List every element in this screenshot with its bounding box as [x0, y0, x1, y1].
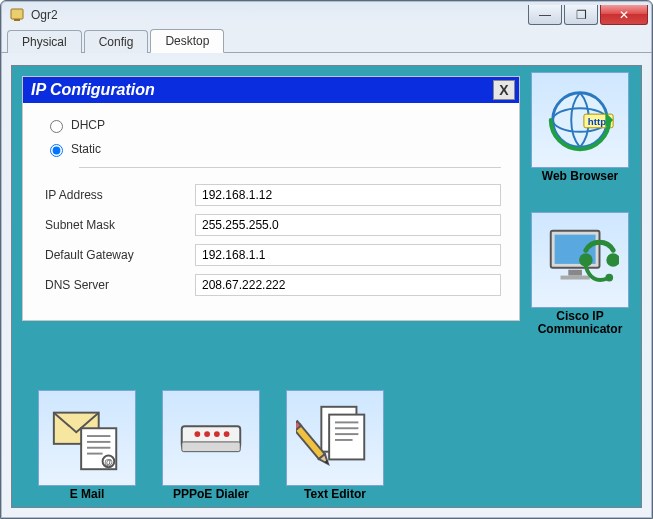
- tab-physical[interactable]: Physical: [7, 30, 82, 53]
- svg-rect-9: [568, 270, 582, 276]
- svg-rect-1: [14, 19, 20, 21]
- web-browser-label: Web Browser: [525, 170, 635, 183]
- desktop-area: IP Configuration X DHCP Static: [11, 65, 642, 508]
- close-icon: X: [499, 82, 508, 98]
- tab-desktop[interactable]: Desktop: [150, 29, 224, 53]
- monitor-headset-icon: [531, 212, 629, 308]
- globe-icon: http:: [531, 72, 629, 168]
- svg-point-13: [605, 274, 613, 282]
- svg-rect-29: [329, 414, 364, 459]
- ip-configuration-dialog: IP Configuration X DHCP Static: [22, 76, 520, 321]
- svg-rect-0: [11, 9, 23, 19]
- svg-point-24: [194, 431, 200, 437]
- static-label: Static: [71, 142, 101, 156]
- client-area: IP Configuration X DHCP Static: [1, 53, 652, 518]
- svg-rect-23: [182, 442, 241, 452]
- svg-point-12: [606, 253, 619, 267]
- ip-input[interactable]: [195, 184, 501, 206]
- window-title: Ogr2: [31, 8, 58, 22]
- text-editor-icon[interactable]: Text Editor: [280, 390, 390, 501]
- mask-row: Subnet Mask: [45, 214, 501, 236]
- texted-label: Text Editor: [280, 488, 390, 501]
- gateway-row: Default Gateway: [45, 244, 501, 266]
- svg-point-26: [214, 431, 220, 437]
- svg-rect-10: [561, 276, 590, 280]
- svg-point-11: [579, 253, 593, 267]
- mask-input[interactable]: [195, 214, 501, 236]
- email-label: E Mail: [32, 488, 142, 501]
- dialog-close-button[interactable]: X: [493, 80, 515, 100]
- dns-row: DNS Server: [45, 274, 501, 296]
- ip-label: IP Address: [45, 188, 195, 202]
- svg-text:@: @: [104, 457, 113, 467]
- dns-input[interactable]: [195, 274, 501, 296]
- envelope-icon: @: [38, 390, 136, 486]
- close-window-button[interactable]: ✕: [600, 5, 648, 25]
- title-bar: Ogr2 — ❐ ✕: [1, 1, 652, 29]
- svg-point-27: [224, 431, 230, 437]
- dhcp-radio[interactable]: [50, 120, 63, 133]
- divider: [79, 167, 501, 168]
- cisco-ip-communicator-icon[interactable]: Cisco IP Communicator: [525, 212, 635, 336]
- gateway-input[interactable]: [195, 244, 501, 266]
- dialog-body: DHCP Static IP Address Subnet Mask: [23, 103, 519, 320]
- pppoe-dialer-icon[interactable]: PPPoE Dialer: [156, 390, 266, 501]
- dhcp-label: DHCP: [71, 118, 105, 132]
- document-pencil-icon: [286, 390, 384, 486]
- modem-icon: [162, 390, 260, 486]
- gateway-label: Default Gateway: [45, 248, 195, 262]
- app-icon: [9, 7, 25, 23]
- email-icon[interactable]: @ E Mail: [32, 390, 142, 501]
- dialog-title: IP Configuration: [31, 81, 155, 99]
- ip-row: IP Address: [45, 184, 501, 206]
- svg-point-25: [204, 431, 210, 437]
- dhcp-radio-row: DHCP: [45, 117, 501, 133]
- app-window: Ogr2 — ❐ ✕ Physical Config Desktop IP Co…: [0, 0, 653, 519]
- dns-label: DNS Server: [45, 278, 195, 292]
- static-radio-row: Static: [45, 141, 501, 157]
- static-radio[interactable]: [50, 144, 63, 157]
- dialog-titlebar: IP Configuration X: [23, 77, 519, 103]
- pppoe-label: PPPoE Dialer: [156, 488, 266, 501]
- mask-label: Subnet Mask: [45, 218, 195, 232]
- tab-strip: Physical Config Desktop: [1, 29, 652, 53]
- tab-config[interactable]: Config: [84, 30, 149, 53]
- maximize-button[interactable]: ❐: [564, 5, 598, 25]
- cisco-label-2: Communicator: [538, 322, 623, 336]
- minimize-button[interactable]: —: [528, 5, 562, 25]
- cisco-label-1: Cisco IP: [556, 309, 603, 323]
- web-browser-icon[interactable]: http: Web Browser: [525, 72, 635, 183]
